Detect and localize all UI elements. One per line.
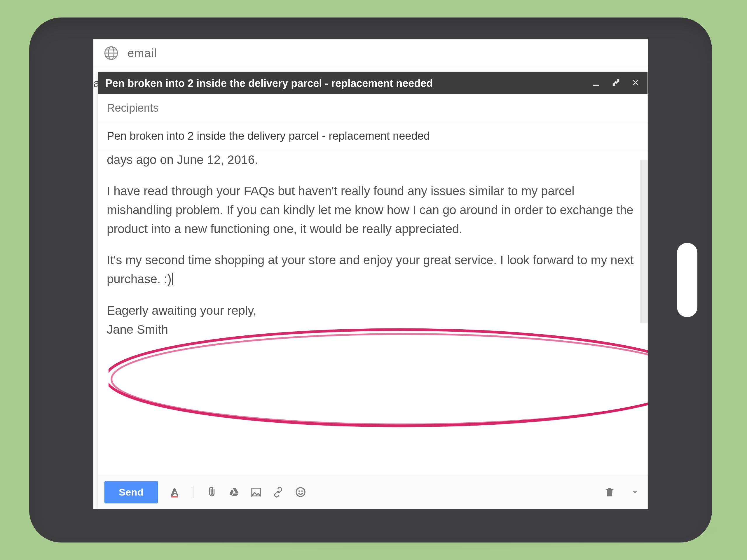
recipients-field[interactable]: Recipients [98, 94, 647, 122]
svg-point-6 [299, 490, 300, 492]
body-closing: Eagerly awaiting your reply, [107, 303, 257, 317]
trash-icon[interactable] [603, 486, 616, 498]
body-closing-block: Eagerly awaiting your reply, Jane Smith [107, 301, 639, 339]
more-options-caret-icon[interactable] [629, 486, 641, 498]
text-cursor [172, 273, 173, 285]
app-topbar: email [93, 39, 648, 67]
svg-rect-3 [593, 85, 599, 86]
paperclip-icon[interactable] [206, 486, 218, 498]
format-text-icon[interactable] [169, 486, 181, 498]
tablet-home-button[interactable] [677, 243, 697, 317]
body-signature: Jane Smith [107, 323, 168, 336]
body-paragraph-2: I have read through your FAQs but haven'… [107, 181, 639, 238]
compose-header-bar[interactable]: Pen broken into 2 inside the delivery pa… [98, 72, 647, 94]
body-paragraph-1: days ago on June 12, 2016. [107, 156, 639, 169]
emoji-icon[interactable] [294, 486, 307, 498]
app-title: email [128, 47, 157, 60]
close-icon[interactable] [632, 77, 640, 89]
expand-icon[interactable] [612, 77, 620, 89]
drive-icon[interactable] [228, 486, 240, 498]
subject-field[interactable]: Pen broken into 2 inside the delivery pa… [98, 122, 647, 150]
toolbar-divider [193, 486, 194, 498]
globe-icon [104, 46, 119, 61]
svg-point-5 [296, 488, 305, 497]
image-icon[interactable] [250, 486, 262, 498]
compose-header-subject: Pen broken into 2 inside the delivery pa… [105, 77, 586, 89]
body-paragraph-3: It's my second time shopping at your sto… [107, 250, 639, 289]
compose-window: Pen broken into 2 inside the delivery pa… [98, 72, 648, 509]
tablet-device-frame: email a Pen broken into 2 inside the del… [29, 18, 712, 542]
vertical-scrollbar[interactable] [640, 160, 647, 323]
subject-value: Pen broken into 2 inside the delivery pa… [107, 130, 430, 142]
svg-point-7 [302, 490, 303, 492]
tablet-screen: email a Pen broken into 2 inside the del… [93, 39, 648, 509]
send-button[interactable]: Send [104, 481, 158, 503]
recipients-placeholder: Recipients [107, 102, 158, 114]
compose-footer: Send [98, 475, 647, 509]
svg-rect-4 [171, 497, 178, 497]
minimize-icon[interactable] [592, 77, 600, 89]
link-icon[interactable] [272, 486, 284, 498]
compose-body[interactable]: days ago on June 12, 2016. I have read t… [98, 156, 647, 475]
format-toolbar [169, 486, 307, 498]
